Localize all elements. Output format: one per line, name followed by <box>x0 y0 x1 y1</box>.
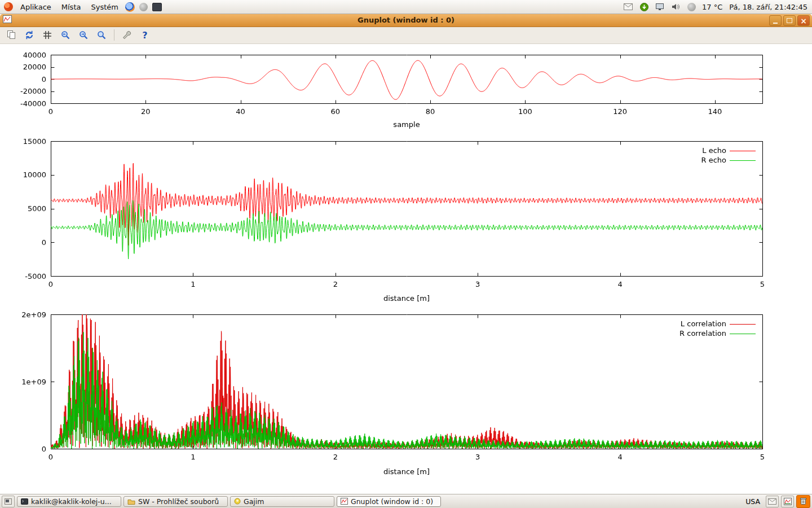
clock-applet[interactable]: Pá, 18. září, 21:42:45 <box>729 3 807 11</box>
desktop: Aplikace Místa Systém 17 °C Pá, 18. září… <box>0 0 812 508</box>
zoom-previous-button[interactable] <box>59 28 72 42</box>
gnuplot-icon <box>341 498 348 505</box>
close-icon <box>800 15 807 26</box>
tray-mail-icon[interactable] <box>766 496 779 507</box>
zoom-next-button[interactable] <box>77 28 90 42</box>
folder-icon <box>127 498 135 505</box>
window-title: Gnuplot (window id : 0) <box>0 16 812 24</box>
task-button-gajim[interactable]: Gajim <box>230 496 334 507</box>
gnuplot-window: Gnuplot (window id : 0) <box>0 14 812 494</box>
panel-menus: Aplikace Místa Systém <box>0 1 164 13</box>
help-button[interactable]: ? <box>138 28 152 42</box>
autoscale-button[interactable] <box>95 28 108 42</box>
update-icon[interactable] <box>638 1 650 13</box>
grid-button[interactable] <box>41 28 54 42</box>
menu-applications[interactable]: Aplikace <box>16 1 56 13</box>
maximize-icon <box>787 18 792 23</box>
replot-icon <box>24 30 34 40</box>
options-button[interactable] <box>120 28 134 42</box>
toolbar-separator <box>114 29 114 41</box>
task-label: kaklik@kaklik-kolej-u... <box>31 497 112 506</box>
menu-system[interactable]: Systém <box>86 1 122 13</box>
gajim-icon <box>234 498 241 505</box>
display-icon[interactable] <box>654 1 666 13</box>
maximize-button[interactable] <box>783 15 796 26</box>
top-panel: Aplikace Místa Systém 17 °C Pá, 18. září… <box>0 0 812 14</box>
minimize-button[interactable] <box>769 15 782 26</box>
window-titlebar[interactable]: Gnuplot (window id : 0) <box>0 14 812 27</box>
plot-area <box>0 44 812 494</box>
grid-icon <box>42 30 52 40</box>
wrench-icon <box>122 30 132 40</box>
tray-gnuplot-icon[interactable] <box>781 496 794 507</box>
terminal-icon <box>21 498 28 505</box>
terminal-icon[interactable] <box>151 1 164 13</box>
trash-icon[interactable] <box>796 495 810 508</box>
help-icon: ? <box>142 30 147 41</box>
close-button[interactable] <box>797 15 810 26</box>
copy-icon <box>6 30 16 40</box>
task-button-file-browser[interactable]: SW - Prohlížeč souborů <box>123 496 228 507</box>
copy-button[interactable] <box>5 28 18 42</box>
task-button-terminal[interactable]: kaklik@kaklik-kolej-u... <box>17 496 121 507</box>
task-label: Gnuplot (window id : 0) <box>351 497 433 506</box>
taskbar: kaklik@kaklik-kolej-u... SW - Prohlížeč … <box>0 494 812 508</box>
minimize-icon <box>773 23 778 24</box>
window-controls <box>769 15 810 26</box>
task-label: Gajim <box>244 497 264 506</box>
help-icon[interactable] <box>138 1 150 13</box>
keyboard-layout-indicator[interactable]: USA <box>742 497 764 506</box>
firefox-icon[interactable] <box>124 1 136 13</box>
temperature-label[interactable]: 17 °C <box>702 3 722 11</box>
volume-icon[interactable] <box>669 1 682 13</box>
autoscale-icon <box>96 30 107 40</box>
window-icon <box>3 15 12 25</box>
gnuplot-toolbar: ? <box>0 27 812 44</box>
ubuntu-logo-icon[interactable] <box>2 1 15 13</box>
zoom-next-icon <box>78 30 89 40</box>
mail-icon[interactable] <box>622 1 634 13</box>
replot-button[interactable] <box>23 28 36 42</box>
plot-canvas[interactable] <box>0 44 812 494</box>
task-button-gnuplot[interactable]: Gnuplot (window id : 0) <box>337 496 441 507</box>
task-label: SW - Prohlížeč souborů <box>138 497 219 506</box>
zoom-previous-icon <box>60 30 70 40</box>
menu-places[interactable]: Místa <box>57 1 86 13</box>
panel-status-area: 17 °C Pá, 18. září, 21:42:45 <box>622 1 812 13</box>
weather-icon[interactable] <box>685 1 698 13</box>
window-list-icon[interactable] <box>2 496 15 507</box>
